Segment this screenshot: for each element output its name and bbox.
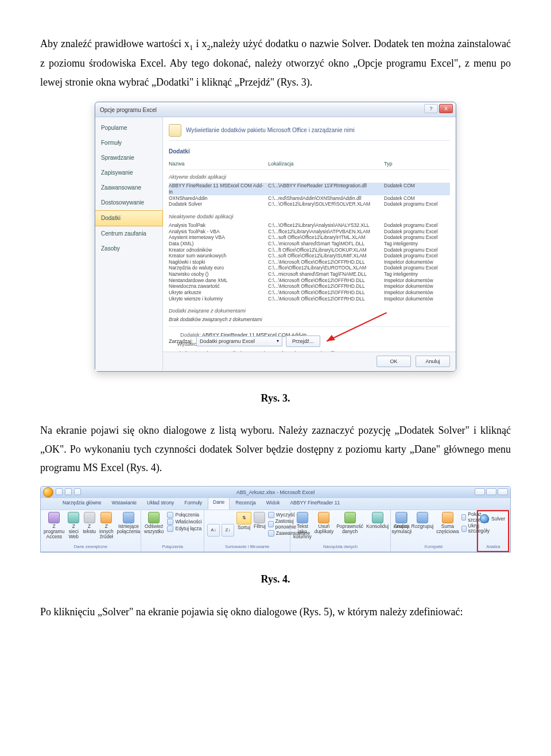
- table-row[interactable]: OXNSharedAddin C:\...red\SharedAddin\OXN…: [169, 195, 450, 202]
- btn-connections[interactable]: Połączenia: [167, 512, 201, 518]
- sidebar-item[interactable]: Formuły: [95, 136, 162, 151]
- tab[interactable]: Widok: [262, 497, 285, 510]
- cell: C:\...\Microsoft Office\Office12\OFFRHD.…: [268, 283, 379, 290]
- sidebar-item[interactable]: Zaawansowane: [95, 180, 162, 195]
- ribbon-tabs: Narzędzia główne Wstawianie Układ strony…: [41, 498, 510, 510]
- cancel-button[interactable]: Anuluj: [416, 356, 450, 367]
- cell: Kreator sum warunkowych: [169, 253, 263, 259]
- col-name[interactable]: Nazwa: [169, 159, 263, 168]
- btn-sort-asc[interactable]: A↓: [207, 524, 220, 537]
- ok-button[interactable]: OK: [377, 356, 411, 367]
- cell: Dodatek COM: [384, 195, 450, 202]
- addins-icon: [169, 124, 181, 137]
- col-location[interactable]: Lokalizacja: [268, 159, 379, 168]
- cell: Nazwisko osoby (): [169, 271, 263, 277]
- svg-marker-1: [327, 335, 335, 341]
- btn-edit-links[interactable]: Edytuj łącza: [167, 526, 201, 532]
- sidebar-item[interactable]: Centrum zaufania: [95, 226, 162, 241]
- cell: Tag inteligentny: [384, 271, 450, 277]
- sidebar-item[interactable]: Popularne: [95, 121, 162, 136]
- table-row[interactable]: Kreator sum warunkowychC:\...soft Office…: [169, 253, 450, 259]
- cell: C:\...ffice12\Library\Analysis\ATPVBAEN.…: [268, 229, 379, 235]
- addins-subheading: Dodatki: [169, 146, 450, 157]
- sidebar-item[interactable]: Zapisywanie: [95, 165, 162, 180]
- cell: Tag inteligentny: [384, 241, 450, 247]
- figure-caption-3: Rys. 3.: [40, 389, 511, 407]
- btn-from-other[interactable]: Z innych źródeł: [99, 512, 114, 539]
- cell: Dodatek programu Excel: [384, 234, 450, 241]
- table-row[interactable]: Analysis ToolPak - VBAC:\...ffice12\Libr…: [169, 229, 450, 235]
- group-active: Aktywne dodatki aplikacji: [169, 172, 450, 182]
- table-row[interactable]: Ukryte wiersze i kolumnyC:\...\Microsoft…: [169, 296, 450, 302]
- btn-group[interactable]: Grupuj: [394, 512, 409, 534]
- btn-consolidate[interactable]: Konsoliduj: [366, 512, 389, 539]
- group-analysis: Solver Analiza: [477, 510, 510, 551]
- workbook-titlebar: AB5_Arkusz.xlsx - Microsoft Excel: [41, 487, 510, 498]
- dialog-title: Opcje programu Excel: [100, 105, 157, 115]
- btn-remove-dupes[interactable]: Usuń duplikaty: [315, 512, 334, 539]
- office-orb-icon[interactable]: [43, 487, 53, 497]
- table-row[interactable]: Dodatek Solver C:\...\Office12\Library\S…: [169, 201, 450, 207]
- table-row[interactable]: Niewidoczna zawartośćC:\...\Microsoft Of…: [169, 283, 450, 290]
- btn-filter[interactable]: Filtruj: [254, 512, 266, 537]
- group-sort-filter: A↓ Z↓ ⇅Sortuj Filtruj Wyczyść Zastosuj p…: [204, 510, 290, 551]
- table-row[interactable]: Data (XML)C:\...\microsoft shared\Smart …: [169, 241, 450, 247]
- btn-from-access[interactable]: Z programu Access: [44, 512, 64, 539]
- btn-subtotal[interactable]: Suma częściowa: [436, 512, 459, 534]
- btn-existing-conn[interactable]: Istniejące połączenia: [117, 512, 141, 539]
- group-connections: Odśwież wszystko Połączenia Właściwości …: [141, 510, 204, 551]
- btn-from-text[interactable]: Z tekstu: [83, 512, 96, 539]
- table-row[interactable]: Kreator odnośnikówC:\...ft Office\Office…: [169, 247, 450, 253]
- close-icon[interactable]: X: [439, 104, 453, 113]
- cell: Data (XML): [169, 241, 263, 247]
- btn-text-to-cols[interactable]: Tekst jako kolumny: [293, 512, 312, 539]
- table-row[interactable]: Analysis ToolPakC:\...\Office12\Library\…: [169, 222, 450, 229]
- cell: OXNSharedAddin: [169, 195, 263, 202]
- btn-properties[interactable]: Właściwości: [167, 519, 201, 525]
- window-controls[interactable]: [475, 488, 508, 495]
- group-external-data: Z programu Access Z sieci Web Z tekstu Z…: [41, 510, 141, 551]
- cell: C:\...ffice\Office12\Library\EUROTOOL.XL…: [268, 265, 379, 271]
- cell: Dodatek programu Excel: [384, 201, 450, 207]
- tab[interactable]: Układ strony: [142, 497, 179, 510]
- table-header: Nazwa Lokalizacja Typ: [169, 159, 450, 170]
- group-label: Konspekt: [394, 542, 474, 551]
- chevron-down-icon: ▾: [277, 337, 279, 345]
- btn-refresh-all[interactable]: Odśwież wszystko: [144, 512, 164, 534]
- red-highlight-box: [477, 510, 509, 552]
- sidebar-item[interactable]: Dostosowywanie: [95, 195, 162, 210]
- table-row[interactable]: ABBYY FineReader 11 MSExcel COM Add-In C…: [169, 183, 450, 195]
- group-data-tools: Tekst jako kolumny Usuń duplikaty Popraw…: [290, 510, 391, 551]
- tab[interactable]: Recenzja: [231, 497, 260, 510]
- intro-paragraph-2: Na ekranie pojawi się okno dialogowe z l…: [40, 421, 511, 477]
- table-row[interactable]: Niestandardowe dane XMLC:\...\Microsoft …: [169, 277, 450, 284]
- tab[interactable]: Wstawianie: [107, 497, 141, 510]
- cell: Nagłówki i stopki: [169, 259, 263, 265]
- col-type[interactable]: Typ: [384, 159, 450, 168]
- sidebar-item[interactable]: Zasoby: [95, 241, 162, 256]
- btn-sort[interactable]: ⇅Sortuj: [236, 512, 251, 537]
- cell: Ukryte arkusze: [169, 290, 263, 296]
- go-button[interactable]: Przejdź...: [286, 335, 320, 347]
- btn-sort-desc[interactable]: Z↓: [222, 524, 234, 537]
- table-row[interactable]: Narzędzia do waluty euroC:\...ffice\Offi…: [169, 265, 450, 271]
- tab[interactable]: Formuły: [180, 497, 207, 510]
- manage-combo[interactable]: Dodatki programu Excel ▾: [196, 336, 282, 346]
- table-row-none: Brak dodatków związanych z dokumentami: [169, 317, 450, 323]
- excel-options-dialog: Opcje programu Excel ? X Popularne Formu…: [95, 102, 456, 372]
- quick-access-toolbar[interactable]: [56, 488, 81, 495]
- group-outline: Grupuj Rozgrupuj Suma częściowa Pokaż sz…: [391, 510, 477, 551]
- cell: Inspektor dokumentów: [384, 259, 450, 265]
- table-row[interactable]: Ukryte arkuszeC:\...\Microsoft Office\Of…: [169, 290, 450, 296]
- btn-ungroup[interactable]: Rozgrupuj: [412, 512, 434, 534]
- tab[interactable]: ABBYY FineReader 11: [285, 497, 344, 510]
- help-icon[interactable]: ?: [424, 104, 438, 113]
- btn-from-web[interactable]: Z sieci Web: [68, 512, 79, 539]
- tab[interactable]: Narzędzia główne: [58, 497, 106, 510]
- sidebar-item[interactable]: Sprawdzanie: [95, 151, 162, 165]
- sidebar-item-dodatki[interactable]: Dodatki: [95, 210, 163, 226]
- table-row[interactable]: Nagłówki i stopkiC:\...\Microsoft Office…: [169, 259, 450, 265]
- table-row[interactable]: Asystent internetowy VBAC:\...soft Offic…: [169, 234, 450, 241]
- btn-validation[interactable]: Poprawność danych: [336, 512, 363, 539]
- table-row[interactable]: Nazwisko osoby ()C:\...microsoft shared\…: [169, 271, 450, 277]
